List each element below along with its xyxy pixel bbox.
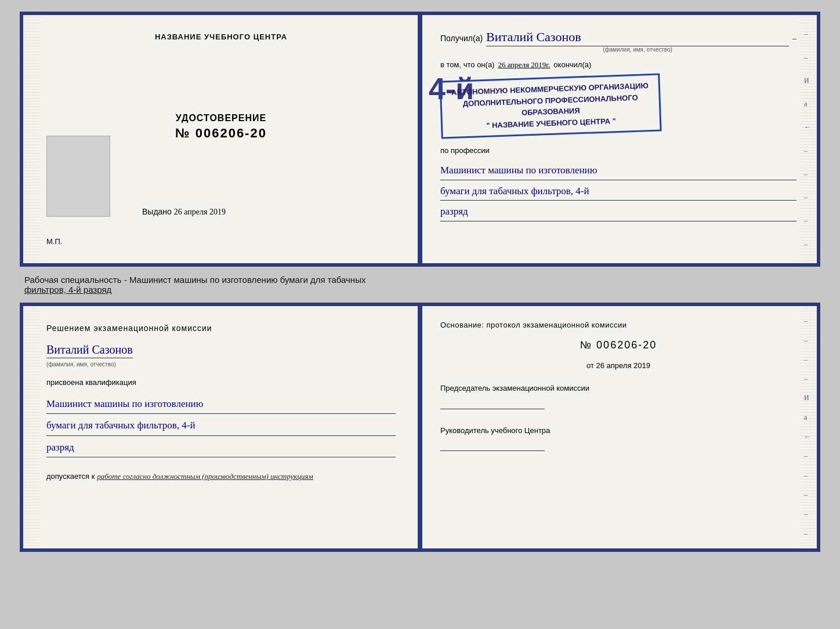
right-dashes2: ––––Иа←––––– [804, 306, 811, 548]
certificate-book: НАЗВАНИЕ УЧЕБНОГО ЦЕНТРА УДОСТОВЕРЕНИЕ №… [20, 12, 820, 267]
middle-text-line1: Рабочая специальность - Машинист машины … [24, 275, 365, 285]
date-row: в том, что он(а) 26 апреля 2019г. окончи… [440, 60, 796, 70]
qual-line3: разряд [46, 438, 396, 457]
recipient-name: Виталий Сазонов [486, 30, 789, 46]
допускается-line: допускается к работе согласно должностны… [46, 472, 396, 481]
profession-line3: разряд [440, 203, 796, 221]
protocol-number: № 006206-20 [440, 339, 796, 351]
finished-label: окончил(а) [553, 60, 591, 69]
chairman-block: Председатель экзаменационной комиссии [440, 383, 796, 412]
recipient-row: Получил(а) Виталий Сазонов (фамилия, имя… [440, 30, 796, 53]
bottom-book: Решением экзаменационной комиссии Витали… [20, 303, 820, 552]
bottom-name-sub: (фамилия, имя, отчество) [46, 361, 116, 368]
right-dashes: ––Иа←––––– [804, 15, 811, 263]
photo-placeholder [46, 136, 110, 217]
stamp-text: АВТОНОМНУЮ НЕКОММЕРЧЕСКУЮ ОРГАНИЗАЦИЮ ДО… [439, 73, 661, 139]
issued-line: Выдано 26 апреля 2019 [142, 207, 226, 217]
qual-block: Машинист машины по изготовлению бумаги д… [46, 392, 396, 457]
from-date: 26 апреля 2019 [596, 361, 651, 370]
profession-block: Машинист машины по изготовлению бумаги д… [440, 159, 796, 221]
document-wrapper: НАЗВАНИЕ УЧЕБНОГО ЦЕНТРА УДОСТОВЕРЕНИЕ №… [20, 12, 820, 552]
date-value: 26 апреля 2019г. [498, 60, 550, 70]
stamp-block: 4-й АВТОНОМНУЮ НЕКОММЕРЧЕСКУЮ ОРГАНИЗАЦИ… [440, 77, 796, 135]
head-label: Руководитель учебного Центра [440, 425, 796, 437]
profession-label: по профессии [440, 146, 796, 155]
issued-date: 26 апреля 2019 [174, 208, 226, 216]
bottom-right-page: Основание: протокол экзаменационной коми… [420, 306, 817, 548]
from-label: от [586, 361, 594, 370]
cert-number: № 006206-20 [175, 126, 267, 141]
recipient-name-block: Виталий Сазонов (фамилия, имя, отчество) [486, 30, 789, 53]
bottom-name: Виталий Сазонов [46, 343, 133, 358]
chairman-sig-line [440, 409, 545, 409]
commission-title: Решением экзаменационной комиссии [46, 323, 396, 333]
qual-line1: Машинист машины по изготовлению [46, 395, 396, 414]
profession-line1: Машинист машины по изготовлению [440, 162, 796, 180]
допускается-text: работе согласно должностным (производств… [97, 472, 313, 481]
middle-text-line2: фильтров, 4-й разряд [24, 285, 111, 294]
osnov-title: Основание: протокол экзаменационной коми… [440, 321, 796, 329]
date-prefix: в том, что он(а) [440, 60, 494, 69]
recipient-prefix: Получил(а) [440, 34, 483, 43]
cert-title-block: УДОСТОВЕРЕНИЕ № 006206-20 [175, 113, 267, 141]
qual-label: присвоена квалификация [46, 378, 396, 387]
bottom-left-page: Решением экзаменационной комиссии Витали… [23, 306, 420, 548]
recipient-sub: (фамилия, имя, отчество) [486, 46, 789, 53]
middle-description: Рабочая специальность - Машинист машины … [20, 272, 820, 297]
profession-line2: бумаги для табачных фильтров, 4-й [440, 183, 796, 201]
protocol-date: от 26 апреля 2019 [440, 361, 796, 370]
qual-line2: бумаги для табачных фильтров, 4-й [46, 416, 396, 435]
cert-right-page: Получил(а) Виталий Сазонов (фамилия, имя… [420, 15, 817, 263]
cert-title: УДОСТОВЕРЕНИЕ [175, 113, 267, 123]
head-block: Руководитель учебного Центра [440, 425, 796, 455]
issued-label: Выдано [142, 207, 172, 216]
chairman-label: Председатель экзаменационной комиссии [440, 383, 796, 394]
допускается-prefix: допускается к [46, 472, 95, 481]
bottom-name-field: Виталий Сазонов (фамилия, имя, отчество) [46, 343, 396, 369]
training-center-header: НАЗВАНИЕ УЧЕБНОГО ЦЕНТРА [155, 32, 287, 41]
cert-left-page: НАЗВАНИЕ УЧЕБНОГО ЦЕНТРА УДОСТОВЕРЕНИЕ №… [23, 15, 420, 263]
mp-label: М.П. [46, 237, 62, 246]
head-sig-line [440, 450, 545, 451]
